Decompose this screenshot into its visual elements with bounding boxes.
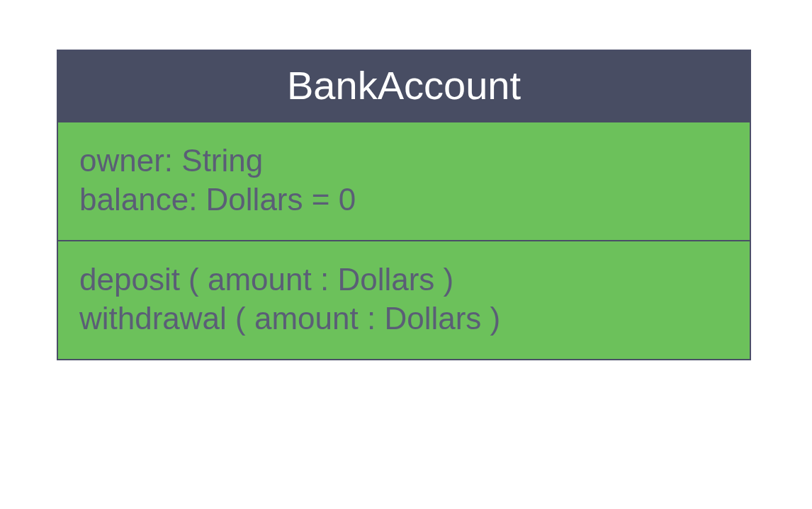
attribute-line: owner: String bbox=[79, 141, 728, 180]
method-line: deposit ( amount : Dollars ) bbox=[79, 260, 728, 299]
class-name-header: BankAccount bbox=[58, 51, 750, 122]
class-name: BankAccount bbox=[287, 63, 521, 108]
uml-class-box: BankAccount owner: String balance: Dolla… bbox=[57, 50, 751, 360]
attributes-section: owner: String balance: Dollars = 0 bbox=[58, 122, 750, 240]
methods-section: deposit ( amount : Dollars ) withdrawal … bbox=[58, 240, 750, 359]
method-line: withdrawal ( amount : Dollars ) bbox=[79, 299, 728, 338]
attribute-line: balance: Dollars = 0 bbox=[79, 180, 728, 219]
